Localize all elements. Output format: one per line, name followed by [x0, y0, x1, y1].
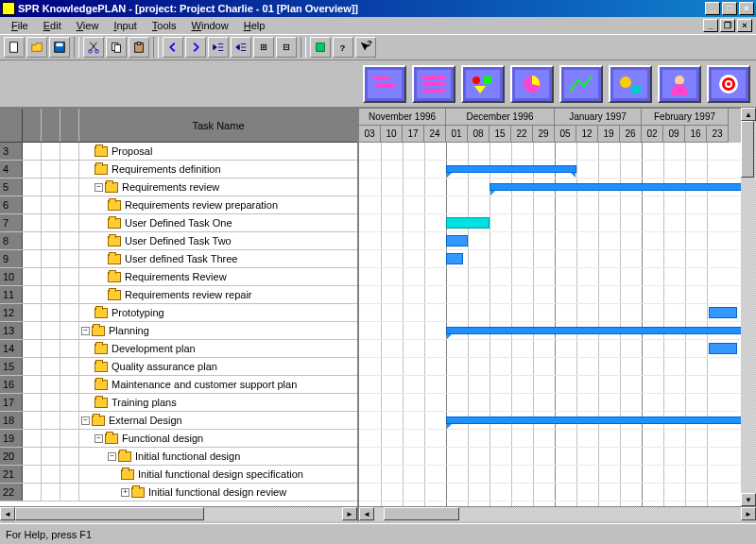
col-header-taskname[interactable]: Task Name — [79, 109, 357, 142]
task-row[interactable]: 18−External Design — [0, 412, 357, 430]
collapse-icon[interactable]: − — [94, 434, 103, 443]
scroll-right-icon[interactable]: ► — [342, 507, 357, 520]
week-header: 19 — [598, 126, 620, 143]
save-icon[interactable] — [49, 37, 70, 58]
task-row[interactable]: 12Prototyping — [0, 304, 357, 322]
task-row[interactable]: 7User Defined Task One — [0, 214, 357, 232]
task-name: Quality assurance plan — [112, 361, 217, 372]
copy-icon[interactable] — [106, 37, 127, 58]
scroll-left-icon[interactable]: ◄ — [359, 507, 374, 520]
gantt-bar[interactable] — [490, 183, 754, 191]
gantt-bar[interactable] — [709, 343, 737, 354]
scroll-thumb[interactable] — [384, 507, 459, 520]
scroll-thumb[interactable] — [741, 121, 754, 178]
task-row[interactable]: 14Development plan — [0, 340, 357, 358]
collapse-icon[interactable]: − — [81, 327, 90, 335]
folder-icon — [118, 451, 131, 462]
nav-forward-icon[interactable] — [185, 37, 206, 58]
task-row[interactable]: 16Maintenance and customer support plan — [0, 376, 357, 394]
maximize-button[interactable]: □ — [722, 2, 737, 15]
help-icon[interactable]: ? — [333, 37, 353, 58]
cut-icon[interactable] — [83, 37, 104, 58]
collapse-icon[interactable]: − — [94, 183, 103, 192]
task-row[interactable]: 4Requirements definition — [0, 161, 357, 178]
menu-input[interactable]: Input — [106, 18, 144, 33]
scroll-thumb[interactable] — [15, 507, 204, 520]
task-row[interactable]: 15Quality assurance plan — [0, 358, 357, 376]
indent-icon[interactable] — [231, 37, 251, 58]
status-text: For Help, press F1 — [6, 529, 92, 540]
scroll-right-icon[interactable]: ► — [741, 507, 756, 520]
task-name: Training plans — [112, 397, 177, 408]
gantt-bar[interactable] — [446, 235, 468, 246]
task-name: Planning — [109, 325, 149, 336]
task-row[interactable]: 17Training plans — [0, 394, 357, 412]
week-header: 03 — [359, 126, 381, 143]
shapes-view-icon[interactable] — [461, 65, 505, 103]
gantt-view-icon[interactable] — [363, 65, 406, 103]
gantt-bar[interactable] — [446, 416, 748, 424]
folder-icon — [94, 344, 108, 354]
list-view-icon[interactable] — [412, 65, 455, 103]
left-hscroll[interactable]: ◄ ► — [0, 506, 357, 521]
task-row[interactable]: 20−Initial functional design — [0, 448, 357, 466]
mdi-restore-button[interactable]: ❐ — [720, 19, 735, 32]
person-view-icon[interactable] — [658, 65, 701, 103]
task-row[interactable]: 22+Initial functional design review — [0, 484, 357, 502]
gantt-bar[interactable] — [446, 165, 576, 173]
scroll-up-icon[interactable]: ▲ — [741, 108, 756, 121]
menu-window[interactable]: Window — [184, 18, 236, 33]
svg-rect-6 — [114, 44, 120, 52]
close-button[interactable]: × — [739, 2, 754, 15]
row-number: 7 — [0, 214, 23, 231]
task-row[interactable]: 5−Requirements review — [0, 178, 357, 196]
menu-file[interactable]: File — [4, 18, 36, 33]
minimize-button[interactable]: _ — [705, 2, 720, 15]
task-row[interactable]: 21Initial functional design specificatio… — [0, 466, 357, 484]
scroll-left-icon[interactable]: ◄ — [0, 507, 15, 520]
mdi-minimize-button[interactable]: _ — [703, 19, 718, 32]
collapse-icon[interactable]: − — [81, 416, 90, 425]
gantt-bar[interactable] — [446, 217, 490, 229]
status-bar: For Help, press F1 — [0, 523, 756, 544]
gantt-bar[interactable] — [446, 253, 463, 264]
gantt-bar[interactable] — [446, 327, 748, 334]
chart-view-icon[interactable] — [510, 65, 554, 103]
graph-view-icon[interactable] — [559, 65, 603, 103]
menu-edit[interactable]: Edit — [36, 18, 69, 33]
mdi-close-button[interactable]: × — [737, 19, 752, 32]
task-row[interactable]: 10Requirements Review — [0, 268, 357, 286]
task-row[interactable]: 13−Planning — [0, 322, 357, 340]
outdent-icon[interactable] — [208, 37, 229, 58]
task-row[interactable]: 8User Defined Task Two — [0, 232, 357, 250]
task-row[interactable]: 11Requirements review repair — [0, 286, 357, 304]
vertical-scroll[interactable]: ▲ ▼ — [741, 108, 756, 506]
new-icon[interactable] — [4, 37, 25, 58]
week-header: 16 — [685, 126, 707, 143]
task-row[interactable]: 3Proposal — [0, 143, 357, 161]
target-view-icon[interactable] — [707, 65, 750, 103]
week-header: 02 — [642, 126, 663, 143]
folder-icon — [94, 380, 108, 390]
menu-tools[interactable]: Tools — [145, 18, 184, 33]
menu-view[interactable]: View — [69, 18, 107, 33]
scroll-down-icon[interactable]: ▼ — [741, 493, 756, 506]
book-icon[interactable] — [310, 37, 331, 58]
task-row[interactable]: 9User defined Task Three — [0, 250, 357, 268]
paste-icon[interactable] — [129, 37, 149, 58]
svg-rect-16 — [372, 76, 389, 80]
gantt-row — [359, 161, 756, 178]
collapse-icon[interactable]: − — [108, 452, 116, 461]
expand-icon[interactable] — [253, 37, 274, 58]
context-help-icon[interactable]: ? — [355, 37, 376, 58]
nav-back-icon[interactable] — [163, 37, 183, 58]
open-icon[interactable] — [26, 37, 47, 58]
right-hscroll[interactable]: ◄ ► — [359, 506, 756, 521]
collapse-icon[interactable] — [276, 37, 297, 58]
menu-help[interactable]: Help — [236, 18, 273, 33]
resource-view-icon[interactable] — [609, 65, 652, 103]
expand-icon[interactable]: + — [121, 488, 129, 497]
task-row[interactable]: 6Requirements review preparation — [0, 196, 357, 214]
gantt-bar[interactable] — [709, 307, 737, 318]
task-row[interactable]: 19−Functional design — [0, 430, 357, 448]
